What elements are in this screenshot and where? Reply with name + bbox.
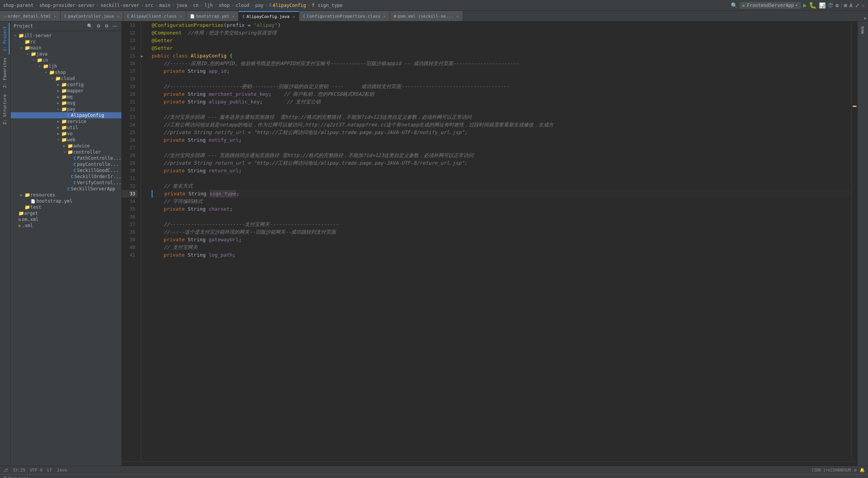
vtab-web[interactable]: Web [858,23,867,37]
tree-item-service[interactable]: ▶ 📁 service [11,118,121,124]
notifications-icon[interactable]: 🔔 [860,468,865,473]
tree-item-web[interactable]: ▾ 📁 web [11,137,121,143]
breadcrumb-item[interactable]: cn [193,3,198,8]
debug-btn[interactable]: 🐛 [809,2,817,9]
tree-item-pathcontroller[interactable]: C PathControlle... [11,155,121,161]
sidebar-gear-btn[interactable]: ⚙ [103,23,110,29]
run-config-dropdown[interactable]: ▾ [796,3,798,7]
code-lines[interactable]: @ConfigurationProperties(prefix = "alipa… [149,21,851,461]
tree-item-rc[interactable]: 📁 rc [11,39,121,45]
sidebar-search-btn[interactable]: 🔍 [86,23,94,29]
search-icon[interactable]: 🔍 [731,2,737,8]
breadcrumb-item[interactable]: ljh [205,3,213,8]
layout-btn[interactable]: ⊞ [844,2,847,8]
status-bar: ⎇ 33:29 UTF-8 LF Java CSDN jre22HANDSUM … [0,466,868,474]
tree-item-pay[interactable]: ▾ 📁 pay [11,106,121,112]
tree-item-util[interactable]: ▶ 📁 util [11,124,121,131]
breadcrumb-item[interactable]: C AlipayConfig [269,3,306,8]
tree-item-illserver[interactable]: ▾ 📁 ill-server [11,33,121,39]
code-text [152,213,155,221]
tree-item-mapper[interactable]: ▶ 📁 mapper [11,88,121,94]
settings-btn[interactable]: ⚙ [835,2,839,8]
tree-item-paycontroller[interactable]: C payControlle... [11,161,121,167]
profile-btn[interactable]: ⏱ [828,2,833,8]
tree-item-verifycontrol[interactable]: C VerifyControl... [11,180,121,186]
tree-item-config[interactable]: ▶ 📁 config [11,82,121,88]
breadcrumb-sep: › [200,3,203,8]
sidebar-minimize-btn[interactable]: — [111,23,118,29]
tab-close[interactable]: ✕ [457,14,459,18]
run-gutter-icon[interactable]: ▶ [141,54,143,58]
tree-item-xml[interactable]: m .xml [11,223,121,229]
translate-btn[interactable]: A [849,2,852,8]
breadcrumb-sep: › [231,3,234,8]
vtab-favorites[interactable]: 2: Favorites [1,54,10,91]
tree-item-cn[interactable]: ▾ 📁 cn [11,57,121,63]
tree-item-arget[interactable]: 📁 arget [11,210,121,216]
tab-overflow[interactable]: ▾ [864,16,868,21]
tab-more-icon[interactable]: ▾ [864,16,866,21]
tree-item-resources[interactable]: ▶ 📁 resources [11,192,121,198]
tab-close[interactable]: ✕ [383,14,386,18]
tree-item-alipayconfig[interactable]: C AlipayConfig [11,112,121,118]
tree-item-advice[interactable]: ▶ 📁 advice [11,143,121,149]
tree-item-vo[interactable]: ▶ 📁 vo [11,131,121,137]
coverage-btn[interactable]: 📊 [819,2,825,8]
tree-item-controller[interactable]: ▾ 📁 controller [11,149,121,155]
tab-config-props[interactable]: C ConfigurationProperties.class ✕ [299,11,390,21]
breadcrumb-item[interactable]: shop [219,3,230,8]
tab-alipay-config[interactable]: C AlipayConfig.java ✕ [239,11,299,21]
tree-item-msg[interactable]: ▶ 📁 msg [11,100,121,106]
run-btn[interactable]: ▶ [803,2,807,9]
breadcrumb-item[interactable]: seckill-server [100,3,139,8]
tree-item-ljh[interactable]: ▾ 📁 ljh [11,63,121,69]
breadcrumb-item[interactable]: cloud [236,3,249,8]
tab-close[interactable]: ✕ [180,14,182,18]
tree-item-seckillorderir[interactable]: C SeckillOrderIr... [11,174,121,180]
code-line-33: private String sign_type; [152,190,851,198]
tree-item-bootstrap-yml[interactable]: 📄 bootstrap.yml [11,198,121,204]
services-label[interactable]: Services [8,476,29,478]
breadcrumb-item[interactable]: java [176,3,187,8]
tree-item-mq[interactable]: ▶ 📁 mq [11,94,121,100]
file-xml-icon: m [18,218,21,222]
tree-item-seckillgoodc[interactable]: C SeckillGoodC... [11,167,121,174]
tree-item-java[interactable]: ▾ 📁 java [11,51,121,57]
sidebar-cog-btn[interactable]: ⚙ [95,23,102,29]
tree-item-shop[interactable]: ▾ 📁 shop [11,69,121,75]
breadcrumb-item[interactable]: src [145,3,154,8]
line-num: 13 [122,37,138,44]
tree-item-cloud[interactable]: ▾ 📁 cloud [11,75,121,82]
close-btn[interactable]: ✕ [862,2,865,8]
tab-alipay-client[interactable]: C AlipayClient.class ✕ [123,11,186,21]
tab-bootstrap[interactable]: 📄 bootstrap.yml ✕ [186,11,239,21]
vtab-project[interactable]: 1: Project [1,23,10,54]
tab-order-detail[interactable]: ◇ order_detail.html ✕ [0,11,61,21]
tree-item-test[interactable]: 📁 test [11,204,121,210]
tab-pom[interactable]: m pom.xml (seckill-se... ✕ [390,11,463,21]
tab-close[interactable]: ✕ [117,14,119,18]
breadcrumb-item[interactable]: pay [255,3,264,8]
settings-icon[interactable]: ⚙ [854,468,857,473]
code-line-25: //private String notify_url = "http://工程… [152,129,851,136]
tree-item-pom-xml[interactable]: m om.xml [11,216,121,223]
marker-run[interactable]: ▶ [141,52,149,60]
breadcrumb-item[interactable]: shop-parent [3,3,33,8]
services-icon: ☰ [3,476,7,478]
tree-item-seckillserverapp[interactable]: C SeckillServerApp [11,186,121,192]
expand-btn[interactable]: ⤢ [855,2,860,8]
vtab-structure[interactable]: Z: Structure [1,91,10,128]
tree-label: vo [67,131,72,136]
folder-icon: 📁 [25,192,30,198]
tree-item-main[interactable]: ▾ 📁 main [11,45,121,51]
tree-arrow: ▾ [55,107,61,111]
tab-close[interactable]: ✕ [293,15,295,19]
breadcrumb-item[interactable]: main [159,3,170,8]
breadcrumb-item[interactable]: shop-provider-server [39,3,95,8]
file-class-icon: C [74,162,76,167]
horizontal-scrollbar[interactable] [122,461,857,466]
tab-close[interactable]: ✕ [54,14,56,18]
tab-close[interactable]: ✕ [232,14,234,18]
run-config[interactable]: ▶ FrontendServerApp ▾ [740,2,801,9]
tab-pay-controller[interactable]: C payController.java ✕ [61,11,123,21]
